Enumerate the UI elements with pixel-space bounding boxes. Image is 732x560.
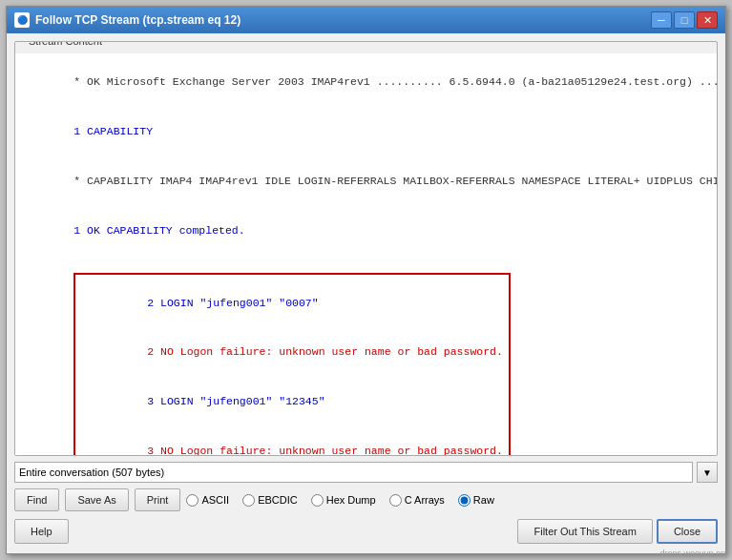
raw-label: Raw: [473, 494, 494, 506]
find-button[interactable]: Find: [14, 488, 59, 511]
footer-row: Help Filter Out This Stream Close: [14, 517, 718, 546]
carrays-label: C Arrays: [405, 494, 445, 506]
dropdown-row: Entire conversation (507 bytes) Client s…: [14, 462, 718, 483]
ebcdic-label: EBCDIC: [258, 494, 298, 506]
ascii-label: ASCII: [201, 494, 229, 506]
print-button[interactable]: Print: [135, 488, 181, 511]
group-box-label: Stream Content: [25, 41, 106, 47]
title-bar-left: 🔵 Follow TCP Stream (tcp.stream eq 12): [14, 12, 241, 28]
window-title: Follow TCP Stream (tcp.stream eq 12): [35, 13, 241, 27]
carrays-radio-item[interactable]: C Arrays: [389, 494, 445, 507]
toolbar-row: Find Save As Print ASCII EBCDIC Hex Dump: [14, 488, 718, 511]
dropdown-arrow-button[interactable]: ▼: [697, 462, 718, 483]
stream-line-2: 1 CAPABILITY: [73, 125, 153, 137]
hexdump-radio-item[interactable]: Hex Dump: [311, 494, 376, 507]
title-bar: 🔵 Follow TCP Stream (tcp.stream eq 12) ─…: [7, 7, 725, 33]
footer-right: Filter Out This Stream Close: [517, 519, 718, 544]
close-window-button[interactable]: ✕: [697, 11, 718, 29]
encoding-radio-group: ASCII EBCDIC Hex Dump C Arrays Raw: [186, 494, 718, 507]
ascii-radio[interactable]: [186, 494, 199, 507]
watermark: drops.wooyun.org: [659, 549, 728, 558]
highlighted-line-1: 2 LOGIN "jufeng001" "0007": [147, 297, 318, 309]
highlighted-line-4: 3 NO Logon failure: unknown user name or…: [147, 445, 503, 455]
highlighted-line-2: 2 NO Logon failure: unknown user name or…: [147, 345, 503, 358]
ebcdic-radio[interactable]: [242, 494, 255, 507]
main-window: 🔵 Follow TCP Stream (tcp.stream eq 12) ─…: [6, 6, 726, 554]
ascii-radio-item[interactable]: ASCII: [186, 494, 229, 507]
help-button[interactable]: Help: [14, 519, 69, 544]
stream-content-area[interactable]: * OK Microsoft Exchange Server 2003 IMAP…: [15, 53, 717, 455]
raw-radio[interactable]: [458, 494, 471, 507]
hexdump-radio[interactable]: [311, 494, 324, 507]
stream-line-4: 1 OK CAPABILITY completed.: [73, 224, 244, 237]
hexdump-label: Hex Dump: [326, 494, 376, 506]
stream-content-group: Stream Content * OK Microsoft Exchange S…: [14, 41, 718, 456]
filter-out-button[interactable]: Filter Out This Stream: [517, 519, 652, 544]
maximize-button[interactable]: □: [674, 11, 695, 29]
save-as-button[interactable]: Save As: [65, 488, 128, 511]
conversation-select[interactable]: Entire conversation (507 bytes) Client s…: [14, 462, 693, 483]
close-button[interactable]: Close: [657, 519, 718, 544]
carrays-radio[interactable]: [389, 494, 402, 507]
minimize-button[interactable]: ─: [651, 11, 672, 29]
highlighted-block: 2 LOGIN "jufeng001" "0007" 2 NO Logon fa…: [73, 273, 511, 455]
raw-radio-item[interactable]: Raw: [458, 494, 494, 507]
footer-left: Help: [14, 519, 69, 544]
stream-line-3: * CAPABILITY IMAP4 IMAP4rev1 IDLE LOGIN-…: [73, 175, 717, 187]
ebcdic-radio-item[interactable]: EBCDIC: [242, 494, 298, 507]
stream-line-1: * OK Microsoft Exchange Server 2003 IMAP…: [73, 75, 717, 88]
title-controls: ─ □ ✕: [651, 11, 718, 29]
window-body: Stream Content * OK Microsoft Exchange S…: [7, 33, 725, 553]
highlighted-line-3: 3 LOGIN "jufeng001" "12345": [147, 395, 324, 407]
window-icon: 🔵: [14, 12, 30, 28]
